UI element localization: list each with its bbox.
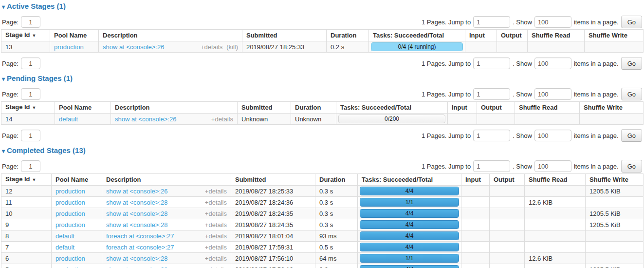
column-header-duration[interactable]: Duration [327, 30, 369, 41]
details-link[interactable]: +details [205, 221, 227, 229]
column-header-pool-name[interactable]: Pool Name [52, 174, 102, 186]
pool-name-link[interactable]: production [55, 221, 85, 229]
column-header-input[interactable]: Input [465, 30, 497, 41]
column-header-duration[interactable]: Duration [291, 102, 336, 114]
jump-to-input[interactable] [473, 160, 510, 172]
column-header-shuffle-read[interactable]: Shuffle Read [515, 102, 580, 114]
tasks-cell: 4/4 [358, 242, 461, 253]
details-link[interactable]: +details [205, 199, 227, 206]
jump-to-input[interactable] [473, 130, 510, 141]
column-header-stage-id[interactable]: Stage Id▼ [1, 102, 55, 114]
details-link[interactable]: +details [201, 43, 222, 51]
column-header-output[interactable]: Output [497, 30, 528, 41]
show-count-input[interactable] [534, 130, 571, 141]
description-link[interactable]: show at <console>:28 [106, 199, 167, 206]
description-link[interactable]: show at <console>:26 [103, 43, 164, 51]
tasks-progress-bar: 4/4 [360, 187, 459, 195]
section-header[interactable]: ▾Active Stages (1) [2, 2, 66, 11]
show-count-input[interactable] [534, 88, 571, 100]
column-header-submitted[interactable]: Submitted [242, 30, 327, 41]
go-button[interactable]: Go [621, 88, 642, 100]
column-header-stage-id[interactable]: Stage Id▼ [1, 30, 50, 41]
pool-name-cell: production [52, 197, 102, 208]
go-button[interactable]: Go [621, 57, 642, 70]
section-title: Completed Stages (13) [7, 146, 86, 154]
column-header-description[interactable]: Description [99, 30, 242, 41]
column-header-input[interactable]: Input [448, 102, 477, 114]
description-link[interactable]: show at <console>:26 [115, 115, 176, 123]
details-link[interactable]: +details [205, 266, 227, 268]
details-link[interactable]: +details [205, 244, 227, 251]
jump-to-input[interactable] [473, 16, 510, 28]
column-header-output[interactable]: Output [477, 102, 515, 114]
details-link[interactable]: +details [211, 115, 233, 123]
sort-arrow-icon: ▼ [32, 177, 37, 182]
column-header-output[interactable]: Output [490, 174, 525, 186]
page-input[interactable] [21, 57, 40, 69]
details-link[interactable]: +details [205, 188, 227, 195]
column-header-shuffle-write[interactable]: Shuffle Write [580, 102, 644, 114]
column-header-tasks-succeeded-total[interactable]: Tasks: Succeeded/Total [358, 174, 461, 186]
column-header-shuffle-write[interactable]: Shuffle Write [585, 30, 644, 41]
description-link[interactable]: show at <console>:28 [106, 255, 167, 262]
column-header-duration[interactable]: Duration [315, 174, 358, 186]
submitted-cell: 2019/08/27 18:25:33 [231, 186, 315, 197]
column-header-stage-id[interactable]: Stage Id▼ [1, 174, 52, 186]
go-button[interactable]: Go [621, 160, 642, 172]
details-link[interactable]: +details [205, 210, 227, 217]
section-header[interactable]: ▾Completed Stages (13) [2, 146, 86, 155]
page-input[interactable] [21, 16, 40, 28]
description-cell: show at <console>:26 +details(kill) [99, 41, 242, 53]
column-header-shuffle-read[interactable]: Shuffle Read [525, 174, 586, 186]
tasks-cell: 0/4 (4 running) [369, 41, 465, 53]
pool-name-link[interactable]: production [55, 266, 85, 268]
kill-link[interactable]: (kill) [226, 43, 238, 51]
column-header-pool-name[interactable]: Pool Name [50, 30, 99, 41]
column-header-tasks-succeeded-total[interactable]: Tasks: Succeeded/Total [369, 30, 465, 41]
pool-name-link[interactable]: production [55, 199, 85, 206]
show-count-input[interactable] [534, 57, 571, 69]
show-text: . Show [513, 132, 532, 139]
pool-name-link[interactable]: production [55, 210, 85, 217]
column-header-description[interactable]: Description [111, 102, 238, 114]
pool-name-link[interactable]: default [59, 115, 78, 123]
description-link[interactable]: foreach at <console>:27 [106, 232, 174, 240]
page-input[interactable] [21, 88, 40, 100]
go-button[interactable]: Go [621, 129, 642, 142]
page-input[interactable] [21, 130, 40, 141]
column-header-tasks-succeeded-total[interactable]: Tasks: Succeeded/Total [336, 102, 448, 114]
description-link[interactable]: show at <console>:28 [106, 221, 167, 229]
description-link[interactable]: show at <console>:26 [106, 188, 167, 195]
table-header-row: Stage Id▼Pool NameDescriptionSubmittedDu… [1, 174, 644, 186]
pool-name-link[interactable]: default [55, 232, 74, 240]
details-link[interactable]: +details [205, 255, 227, 262]
input-cell [461, 186, 490, 197]
show-count-input[interactable] [534, 160, 571, 172]
stages-table: Stage Id▼Pool NameDescriptionSubmittedDu… [1, 29, 644, 53]
column-header-shuffle-read[interactable]: Shuffle Read [528, 30, 585, 41]
pool-name-link[interactable]: default [55, 244, 74, 251]
description-link[interactable]: show at <console>:28 [106, 210, 167, 217]
column-header-description[interactable]: Description [102, 174, 231, 186]
pool-name-link[interactable]: production [55, 188, 85, 195]
go-button[interactable]: Go [621, 16, 642, 28]
pool-name-link[interactable]: production [54, 43, 84, 51]
output-cell [490, 186, 525, 197]
column-header-submitted[interactable]: Submitted [238, 102, 291, 114]
shuffle-write-cell [585, 41, 644, 53]
details-link[interactable]: +details [205, 232, 227, 240]
shuffle-write-cell: 1205.5 KiB [586, 186, 644, 197]
show-count-input[interactable] [534, 16, 571, 28]
pool-name-link[interactable]: production [55, 255, 85, 262]
column-header-shuffle-write[interactable]: Shuffle Write [586, 174, 644, 186]
page-input[interactable] [21, 160, 40, 172]
shuffle-read-cell [515, 114, 580, 125]
column-header-pool-name[interactable]: Pool Name [55, 102, 111, 114]
jump-to-input[interactable] [473, 57, 510, 69]
section-header[interactable]: ▾Pending Stages (1) [2, 74, 73, 83]
description-link[interactable]: foreach at <console>:27 [106, 244, 174, 251]
column-header-submitted[interactable]: Submitted [231, 174, 315, 186]
jump-to-input[interactable] [473, 88, 510, 100]
description-link[interactable]: show at <console>:28 [106, 266, 167, 268]
column-header-input[interactable]: Input [461, 174, 490, 186]
